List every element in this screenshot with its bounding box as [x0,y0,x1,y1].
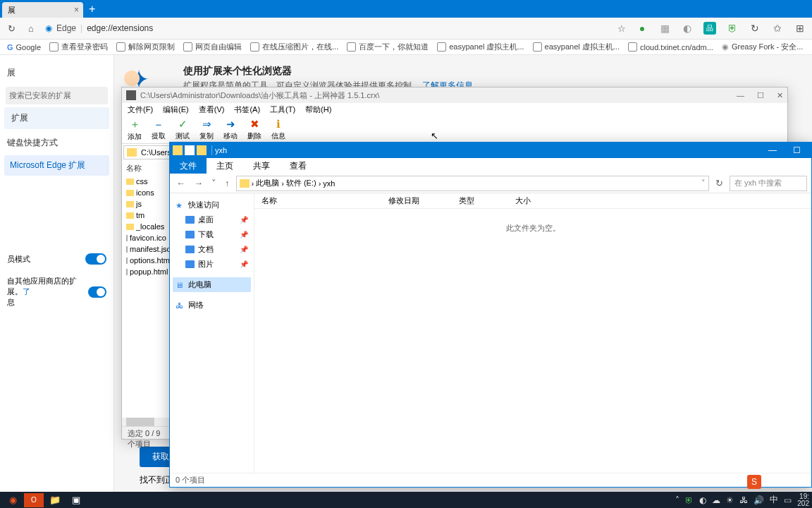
archive-tb-删除[interactable]: ✖删除 [247,118,262,141]
home-icon[interactable]: ⌂ [25,23,37,34]
minimize-icon[interactable]: — [737,91,744,100]
toggle-switch[interactable] [88,286,106,298]
col-date[interactable]: 修改日期 [381,195,452,206]
minimize-icon[interactable]: — [761,145,785,155]
breadcrumb-item[interactable]: 此电脑 [256,178,279,188]
tab-home[interactable]: 主页 [207,158,243,174]
archive-item[interactable]: css [122,176,169,187]
menu-help[interactable]: 帮助(H) [305,104,331,115]
col-type[interactable]: 类型 [452,195,508,206]
refresh-icon[interactable]: ↻ [6,23,17,34]
archive-tb-添加[interactable]: ＋添加 [128,118,142,142]
clock-time[interactable]: 19: [797,493,809,500]
nav-item[interactable]: 下载📌 [173,227,251,242]
search-extensions-input[interactable]: 搜索已安装的扩展 [6,87,108,104]
bookmark-item[interactable]: easypanel 虚拟主机... [437,42,524,52]
archive-tb-提取[interactable]: −提取 [152,119,166,141]
new-tab-button[interactable]: + [89,3,95,16]
tab-file[interactable]: 文件 [170,158,207,174]
bookmark-item[interactable]: 在线压缩图片，在线... [250,42,338,52]
menu-view[interactable]: 查看(V) [199,104,225,115]
archive-item[interactable]: favicon.ico [122,232,169,243]
archive-titlebar[interactable]: C:\Users\Administrator\Downloads\油小猴工具箱 … [122,87,787,103]
explorer-titlebar[interactable]: yxh — ☐ [170,143,811,158]
ext1-icon[interactable]: ● [636,22,648,35]
star-icon[interactable]: ☆ [616,23,627,34]
archive-tb-测试[interactable]: ✓测试 [176,118,190,141]
tray-icon[interactable]: ◐ [699,495,706,505]
back-icon[interactable]: ← [174,178,187,188]
volume-icon[interactable]: 🔊 [753,495,764,505]
archive-item[interactable]: js [122,198,169,210]
nav-item[interactable]: 图片📌 [173,257,251,272]
archive-tb-复制[interactable]: ⇒复制 [199,118,214,141]
ime-icon[interactable]: 中 [770,494,778,506]
breadcrumb-item[interactable]: 软件 (E:) [286,178,316,188]
archive-item[interactable]: tm [122,210,169,221]
refresh-icon[interactable]: ↻ [713,178,725,188]
collections-icon[interactable]: ⊞ [794,22,806,35]
explorer-search[interactable]: 在 yxh 中搜索 [730,176,807,191]
shield-icon[interactable]: ⛨ [726,22,739,35]
menu-edit[interactable]: 编辑(E) [163,104,189,115]
taskbar-app[interactable]: ▣ [66,493,86,507]
breadcrumb-item[interactable]: yxh [323,179,335,188]
ext3-icon[interactable]: ◐ [681,22,694,35]
scrollbar[interactable] [122,418,170,426]
sync-icon[interactable]: ↻ [749,22,761,35]
ime-badge[interactable]: S [747,475,761,489]
tray-icon[interactable]: ▭ [784,495,792,505]
bookmark-item[interactable]: GGoogle [7,43,41,52]
taskbar-app-explorer[interactable]: 📁 [45,493,65,507]
sidebar-item-shortcuts[interactable]: 键盘快捷方式 [0,132,113,154]
close-icon[interactable]: × [74,5,79,15]
favorites-icon[interactable]: ✩ [771,22,784,35]
menu-tools[interactable]: 工具(T) [270,104,295,115]
tray-icon[interactable]: ˄ [675,495,679,505]
archive-item[interactable]: _locales [122,221,169,232]
forward-icon[interactable]: → [192,178,205,188]
menu-file[interactable]: 文件(F) [128,104,153,115]
archive-item[interactable]: manifest.json [122,243,169,255]
start-button[interactable]: ◉ [3,493,23,507]
tray-icon[interactable]: ⛨ [685,495,694,505]
archive-tb-信息[interactable]: ℹ信息 [271,118,285,141]
breadcrumb[interactable]: › 此电脑 › 软件 (E:) › yxh ˅ [236,176,710,191]
archive-item[interactable]: options.html [122,255,169,266]
tray-icon[interactable]: ☀ [726,495,734,505]
bookmark-item[interactable]: 网页自由编辑 [183,42,242,52]
browser-tab[interactable]: 展 × [2,2,83,18]
col-size[interactable]: 大小 [508,195,550,206]
tab-view[interactable]: 查看 [280,158,316,174]
taskbar-app[interactable]: O [24,493,44,507]
learn-link[interactable]: 了 [23,287,30,296]
bookmark-item[interactable]: easypanel 虚拟主机... [533,42,620,52]
archive-item[interactable]: popup.html [122,266,169,277]
toggle-switch[interactable] [85,253,106,265]
tray-icon[interactable]: ☁ [712,495,720,505]
up-icon[interactable]: ↑ [223,178,232,188]
tab-share[interactable]: 共享 [243,158,280,174]
bookmark-item[interactable]: ◉Greasy Fork - 安全... [722,42,803,52]
column-header-name[interactable]: 名称 [122,161,169,176]
nav-item[interactable]: 桌面📌 [173,212,251,227]
maximize-icon[interactable]: ☐ [757,91,764,100]
sidebar-item-edge-extensions[interactable]: Microsoft Edge 扩展 [4,155,109,176]
bookmark-item[interactable]: 查看登录密码 [49,42,108,52]
menu-bookmark[interactable]: 书签(A) [234,104,260,115]
nav-network[interactable]: 🖧网络 [173,298,251,313]
bookmark-item[interactable]: 百度一下，你就知道 [347,42,429,52]
col-name[interactable]: 名称 [254,195,381,206]
bookmark-item[interactable]: cloud.txinet.cn/adm... [628,42,713,52]
ext4-icon[interactable]: 品 [703,22,716,35]
sidebar-item-extensions[interactable]: 扩展 [4,107,109,129]
archive-item[interactable]: icons [122,187,169,198]
nav-this-pc[interactable]: 🖥此电脑 [173,277,251,292]
nav-item[interactable]: 文档📌 [173,242,251,257]
chevron-down-icon[interactable]: ˅ [209,178,219,188]
network-icon[interactable]: 🖧 [739,495,748,505]
close-icon[interactable]: ✕ [777,91,783,100]
nav-quick-access[interactable]: ★快速访问 [173,198,251,212]
bookmark-item[interactable]: 解除网页限制 [116,42,175,52]
archive-tb-移动[interactable]: ➜移动 [223,118,238,141]
